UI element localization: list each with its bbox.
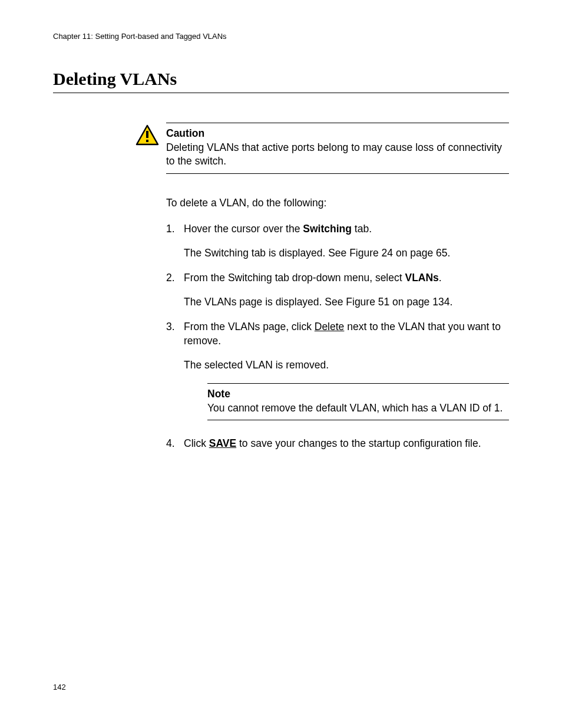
svg-rect-2 <box>146 140 148 142</box>
note-label: Note <box>207 388 230 400</box>
caution-block: Caution Deleting VLANs that active ports… <box>166 123 509 174</box>
note-text: You cannot remove the default VLAN, whic… <box>207 402 503 414</box>
content-area: Caution Deleting VLANs that active ports… <box>166 123 509 451</box>
steps-list: 1. Hover the cursor over the Switching t… <box>166 222 509 451</box>
step-text: Click <box>184 437 209 449</box>
step-result: The VLANs page is displayed. See Figure … <box>184 295 509 309</box>
step-1: 1. Hover the cursor over the Switching t… <box>166 222 509 261</box>
page-number: 142 <box>53 683 66 691</box>
chapter-header: Chapter 11: Setting Port-based and Tagge… <box>53 32 509 41</box>
caution-icon <box>135 124 159 150</box>
step-number: 4. <box>166 437 175 451</box>
step-4: 4. Click SAVE to save your changes to th… <box>166 437 509 451</box>
caution-label: Caution <box>166 127 204 139</box>
step-result: The selected VLAN is removed. <box>184 358 509 373</box>
step-3: 3. From the VLANs page, click Delete nex… <box>166 320 509 420</box>
vlans-menu-ref: VLANs <box>405 272 438 284</box>
svg-rect-1 <box>146 131 148 138</box>
step-text-post: . <box>439 272 442 284</box>
step-number: 3. <box>166 320 175 334</box>
section-title: Deleting VLANs <box>53 69 509 93</box>
step-text: Hover the cursor over the <box>184 223 303 235</box>
step-2: 2. From the Switching tab drop-down menu… <box>166 271 509 309</box>
step-number: 1. <box>166 222 175 236</box>
save-button-ref: SAVE <box>209 437 236 449</box>
step-text-post: tab. <box>352 223 372 235</box>
caution-text: Deleting VLANs that active ports belong … <box>166 141 502 167</box>
step-result: The Switching tab is displayed. See Figu… <box>184 246 509 261</box>
step-text: From the VLANs page, click <box>184 321 315 332</box>
step-text: From the Switching tab drop-down menu, s… <box>184 272 405 284</box>
intro-text: To delete a VLAN, do the following: <box>166 196 509 210</box>
note-block: Note You cannot remove the default VLAN,… <box>207 383 509 420</box>
step-text-post: to save your changes to the startup conf… <box>236 437 481 449</box>
switching-tab-ref: Switching <box>303 223 352 235</box>
delete-link-ref: Delete <box>315 321 345 332</box>
step-number: 2. <box>166 271 175 285</box>
